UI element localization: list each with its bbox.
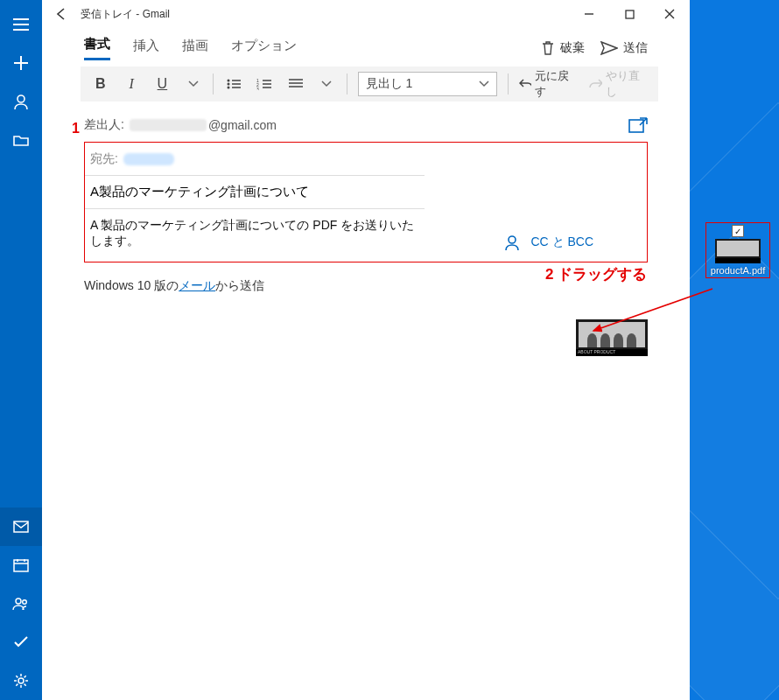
annotation-marker-1: 1: [72, 121, 80, 136]
send-button[interactable]: 送信: [600, 40, 648, 56]
people-icon[interactable]: [0, 584, 42, 623]
subject-text: A製品のマーケティング計画について: [90, 184, 309, 200]
signature-link[interactable]: メール: [179, 278, 215, 292]
minimize-button[interactable]: [569, 0, 609, 28]
mail-nav-strip: [0, 0, 42, 700]
svg-point-8: [228, 83, 230, 86]
ribbon-tabs: 書式 挿入 描画 オプション 破棄 送信: [42, 28, 690, 63]
underline-button[interactable]: U: [148, 68, 177, 100]
svg-rect-1: [14, 522, 28, 532]
italic-button[interactable]: I: [116, 68, 145, 100]
undo-icon: [519, 78, 532, 90]
cc-bcc-row: CC と BCC: [504, 234, 593, 250]
desktop-file[interactable]: ✓ productA.pdf: [705, 222, 770, 278]
annotation-marker-2: 2 ドラッグする: [545, 264, 647, 284]
send-icon: [600, 41, 618, 55]
redo-label: やり直し: [606, 68, 648, 100]
svg-point-4: [23, 600, 27, 605]
accounts-icon[interactable]: [0, 82, 42, 121]
svg-point-9: [228, 87, 230, 89]
dragging-file-thumbnail: ABOUT PRODUCT: [576, 319, 648, 356]
style-select[interactable]: 見出し 1: [358, 72, 497, 96]
open-in-new-window-button[interactable]: [628, 117, 648, 133]
contact-icon[interactable]: [504, 234, 520, 250]
file-checkbox[interactable]: ✓: [732, 225, 744, 237]
maximize-button[interactable]: [609, 0, 649, 28]
close-button[interactable]: [649, 0, 690, 28]
file-thumbnail: [715, 239, 761, 263]
svg-point-14: [509, 236, 516, 243]
mail-compose-window: 受信トレイ - Gmail 書式 挿入 描画 オプション 破棄 送信 B I U…: [42, 0, 690, 700]
window-title: 受信トレイ - Gmail: [77, 7, 569, 22]
new-mail-icon[interactable]: [0, 44, 42, 82]
from-redacted: [130, 119, 207, 131]
svg-rect-6: [626, 10, 634, 18]
svg-rect-13: [629, 120, 643, 132]
chevron-down-icon: [479, 80, 489, 88]
toolbar-separator: [213, 74, 214, 94]
svg-rect-2: [14, 560, 28, 571]
undo-button[interactable]: 元に戻す: [514, 68, 583, 100]
todo-icon[interactable]: [0, 623, 42, 662]
undo-label: 元に戻す: [535, 68, 577, 100]
calendar-icon[interactable]: [0, 546, 42, 584]
signature-prefix: Windows 10 版の: [84, 278, 179, 292]
toolbar-separator: [508, 74, 509, 94]
settings-icon[interactable]: [0, 662, 42, 700]
svg-text:3: 3: [256, 87, 259, 90]
to-row[interactable]: 宛先:: [85, 143, 425, 176]
align-button[interactable]: [281, 68, 310, 100]
bullet-list-button[interactable]: [219, 68, 248, 100]
redo-button[interactable]: やり直し: [584, 68, 653, 100]
discard-button[interactable]: 破棄: [541, 40, 585, 56]
from-domain: @gmail.com: [208, 118, 277, 132]
to-redacted: [123, 153, 174, 165]
compose-area: 差出人: @gmail.com 宛先: A製品のマーケティング計画について A …: [42, 110, 690, 262]
para-more-button[interactable]: [312, 68, 340, 100]
file-name: productA.pdf: [708, 265, 768, 276]
hamburger-icon[interactable]: [0, 5, 42, 44]
tab-options[interactable]: オプション: [231, 38, 297, 60]
trash-icon: [541, 40, 555, 56]
from-row[interactable]: 差出人: @gmail.com: [84, 110, 648, 140]
popout-icon: [628, 117, 648, 133]
discard-label: 破棄: [560, 40, 585, 56]
tab-insert[interactable]: 挿入: [133, 38, 159, 60]
format-toolbar: B I U 123 見出し 1 元に戻す やり直し: [81, 66, 658, 102]
body-text[interactable]: A 製品のマーケティング計画についての PDF をお送りいたします。: [85, 209, 425, 262]
mail-icon[interactable]: [0, 508, 42, 546]
svg-point-0: [18, 95, 25, 102]
tab-format[interactable]: 書式: [84, 36, 110, 60]
folders-icon[interactable]: [0, 121, 42, 159]
from-label: 差出人:: [84, 117, 124, 133]
back-button[interactable]: [46, 7, 77, 21]
window-titlebar: 受信トレイ - Gmail: [42, 0, 690, 28]
svg-point-3: [16, 598, 21, 604]
redo-icon: [589, 78, 602, 90]
signature-suffix: から送信: [215, 278, 264, 292]
send-label: 送信: [623, 40, 648, 56]
style-select-value: 見出し 1: [366, 76, 413, 92]
subject-row[interactable]: A製品のマーケティング計画について: [85, 176, 425, 209]
font-more-button[interactable]: [179, 68, 207, 100]
tab-draw[interactable]: 描画: [182, 38, 208, 60]
svg-point-7: [228, 80, 230, 82]
to-label: 宛先:: [90, 151, 118, 167]
svg-point-5: [18, 678, 24, 683]
ccbcc-link[interactable]: CC と BCC: [530, 234, 593, 250]
number-list-button[interactable]: 123: [250, 68, 279, 100]
toolbar-separator: [347, 74, 347, 94]
bold-button[interactable]: B: [86, 68, 115, 100]
